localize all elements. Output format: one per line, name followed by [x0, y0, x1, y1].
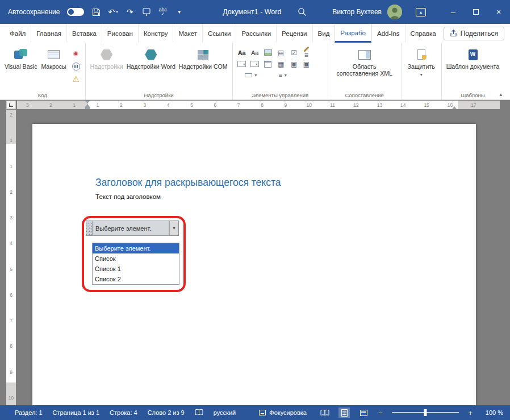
- read-mode-button[interactable]: [319, 407, 331, 418]
- tab-draw[interactable]: Рисован: [102, 24, 138, 43]
- protect-button[interactable]: Защитить ▾: [404, 45, 438, 77]
- picture-control-icon: [264, 49, 272, 56]
- status-section[interactable]: Раздел: 1: [15, 409, 43, 416]
- xml-mapping-pane-button[interactable]: Область сопоставления XML: [331, 45, 398, 77]
- document-page[interactable]: Заголовок для раскрывающегося текста Тек…: [32, 124, 476, 405]
- tab-mailings[interactable]: Рассылки: [236, 24, 276, 43]
- ruler-mark: 12: [353, 102, 359, 108]
- right-indent-marker[interactable]: [452, 106, 457, 109]
- tab-file[interactable]: Файл: [5, 24, 31, 43]
- tab-help[interactable]: Справка: [405, 24, 441, 43]
- autosave-toggle[interactable]: [67, 8, 84, 16]
- zoom-slider-knob[interactable]: [424, 409, 427, 416]
- first-line-indent-marker[interactable]: [85, 101, 90, 103]
- addins-label-text: Надстройки: [90, 64, 123, 70]
- ruler-mark: 17: [470, 102, 477, 108]
- word-addins-button[interactable]: Надстройки Word: [125, 45, 177, 70]
- document-template-button[interactable]: W Шаблон документа: [445, 45, 501, 70]
- zoom-out-button[interactable]: −: [377, 409, 384, 417]
- tab-home[interactable]: Главная: [31, 24, 66, 43]
- plain-text-control-button[interactable]: Aa: [249, 47, 261, 58]
- collapse-ribbon-icon[interactable]: ▴: [499, 92, 502, 97]
- user-avatar[interactable]: [387, 5, 402, 19]
- document-subtext[interactable]: Текст под заголовком: [95, 193, 161, 200]
- customize-qat-icon[interactable]: ▾: [175, 7, 184, 17]
- status-bar: Раздел: 1 Страница 1 из 1 Строка: 4 Слов…: [0, 405, 510, 420]
- addins-button[interactable]: Надстройки: [89, 45, 125, 70]
- rich-text-control-button[interactable]: Aa: [236, 47, 248, 58]
- building-block-control-button[interactable]: ▤: [275, 47, 287, 58]
- user-name[interactable]: Виктор Бухтеев: [332, 8, 382, 16]
- visual-basic-button[interactable]: Visual Basic: [3, 45, 39, 70]
- tab-addins[interactable]: Add-Ins: [371, 24, 405, 43]
- document-heading[interactable]: Заголовок для раскрывающегося текста: [95, 177, 281, 189]
- picture-control-button[interactable]: [262, 47, 274, 58]
- save-icon[interactable]: [91, 7, 101, 17]
- combo-box-control-button[interactable]: ▾: [236, 59, 248, 69]
- date-picker-control-button[interactable]: [262, 59, 274, 69]
- macros-button[interactable]: Макросы: [39, 45, 69, 70]
- tab-layout[interactable]: Макет: [173, 24, 202, 43]
- checkbox-control-button[interactable]: ☑: [288, 47, 300, 58]
- dropdown-item[interactable]: Список: [93, 253, 179, 264]
- tab-developer[interactable]: Разрабо: [335, 24, 371, 43]
- zoom-slider[interactable]: [392, 412, 459, 413]
- dropdown-item[interactable]: Список 2: [93, 274, 179, 284]
- group-label-addins: Надстройки: [86, 92, 232, 98]
- ribbon-group-code: Visual Basic Макросы ⚠ Код: [0, 43, 86, 99]
- tab-view[interactable]: Вид: [312, 24, 335, 43]
- status-words[interactable]: Слово 2 из 9: [148, 409, 185, 416]
- tab-design[interactable]: Констру: [138, 24, 173, 43]
- left-indent-marker[interactable]: [85, 107, 90, 109]
- group-controls-button[interactable]: ▣: [303, 60, 310, 68]
- design-mode-button[interactable]: [303, 48, 310, 50]
- status-line[interactable]: Строка: 4: [110, 409, 137, 416]
- maximize-button[interactable]: [465, 0, 487, 24]
- visual-basic-icon: [14, 47, 28, 62]
- close-button[interactable]: ×: [487, 0, 510, 24]
- redo-icon[interactable]: ↷: [126, 7, 135, 17]
- tab-insert[interactable]: Вставка: [66, 24, 102, 43]
- com-addins-button[interactable]: Надстройки COM: [177, 45, 229, 70]
- tab-references[interactable]: Ссылки: [202, 24, 236, 43]
- dropdown-field[interactable]: Выберите элемент.: [92, 221, 169, 236]
- touch-mouse-mode-icon[interactable]: [142, 7, 151, 17]
- ribbon-developer: Visual Basic Макросы ⚠ Код Надстройки На…: [0, 43, 510, 100]
- macro-security-icon[interactable]: ⚠: [70, 73, 82, 84]
- web-layout-button[interactable]: [358, 407, 369, 418]
- dropdown-item-selected[interactable]: Выберите элемент.: [93, 243, 179, 253]
- status-page[interactable]: Страница 1 из 1: [53, 409, 99, 416]
- zoom-in-button[interactable]: +: [467, 409, 474, 417]
- status-language[interactable]: русский: [214, 409, 236, 416]
- ribbon-group-addins: Надстройки Надстройки Word Надстройки CO…: [86, 43, 233, 99]
- search-icon[interactable]: [298, 7, 307, 16]
- control-gallery-button[interactable]: ≡▾: [267, 70, 298, 80]
- ribbon-display-options-icon[interactable]: ▴: [416, 8, 426, 16]
- word-addins-icon: [145, 47, 157, 62]
- dropdown-list-control-button[interactable]: ▼: [249, 59, 261, 69]
- spelling-icon[interactable]: abc ✓: [158, 7, 168, 17]
- proofing-icon[interactable]: [195, 409, 203, 417]
- ruler-mark: 7: [10, 318, 12, 323]
- properties-button[interactable]: ≡: [303, 51, 310, 59]
- focus-mode-button[interactable]: Фокусировка: [259, 409, 307, 416]
- tab-review[interactable]: Рецензи: [276, 24, 312, 43]
- dropdown-item[interactable]: Список 1: [93, 264, 179, 274]
- undo-icon[interactable]: ↶▾: [108, 7, 118, 17]
- repeating-section-control-button[interactable]: ▦: [275, 59, 287, 69]
- content-control-handle[interactable]: [86, 221, 92, 236]
- tab-selector[interactable]: [6, 101, 16, 109]
- vruler-marks: 2 1 1 2 3 4 5 6 7 8 9 10: [6, 112, 16, 401]
- pause-recording-icon[interactable]: [70, 61, 82, 72]
- dropdown-arrow-button[interactable]: ▼: [169, 221, 179, 236]
- ruler-mark: 4: [10, 240, 12, 246]
- zoom-level[interactable]: 100 %: [482, 409, 503, 416]
- print-layout-button[interactable]: [338, 407, 350, 418]
- legacy-tools-button[interactable]: ▾: [236, 70, 266, 80]
- minimize-button[interactable]: –: [442, 0, 465, 24]
- record-macro-icon[interactable]: [70, 48, 82, 59]
- undo-chevron-icon[interactable]: ▾: [116, 10, 118, 14]
- combo-chevron: ▾: [243, 62, 245, 66]
- share-button[interactable]: Поделиться: [444, 27, 504, 40]
- section-control-button[interactable]: ▣: [288, 59, 300, 69]
